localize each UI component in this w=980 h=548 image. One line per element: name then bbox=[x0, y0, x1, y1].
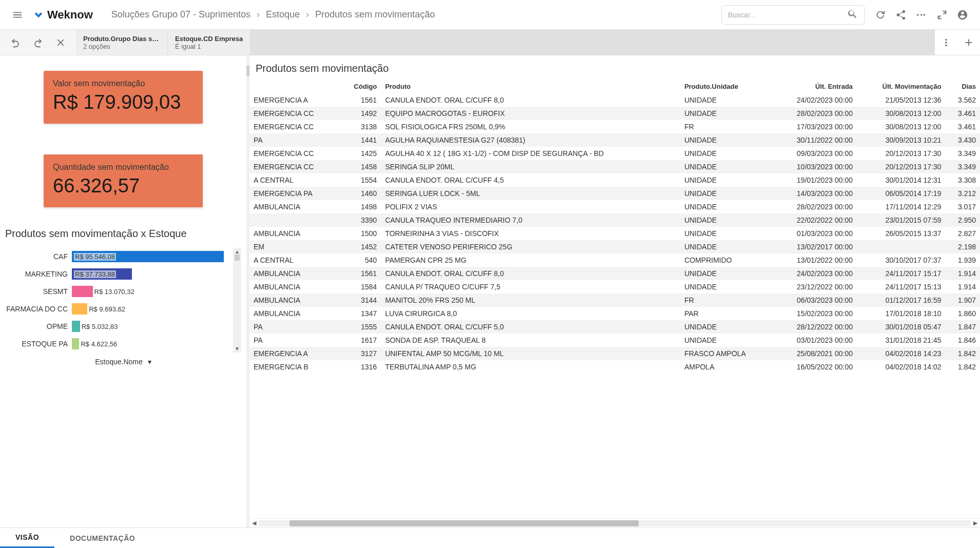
table-cell: 01/03/2023 00:00 bbox=[772, 227, 857, 240]
redo-icon[interactable] bbox=[29, 33, 47, 52]
logo[interactable]: Weknow bbox=[33, 8, 93, 22]
table-cell: UNIDADE bbox=[680, 93, 772, 107]
table-row[interactable]: AMBULANCIA1561CANULA ENDOT. ORAL C/CUFF … bbox=[249, 267, 980, 280]
table-row[interactable]: AMBULANCIA1584CANULA P/ TRAQUEO C/CUFF 7… bbox=[249, 280, 980, 293]
search-icon[interactable] bbox=[847, 8, 858, 22]
chart-bar[interactable] bbox=[72, 338, 79, 349]
table-cell: 06/05/2014 17:19 bbox=[857, 187, 946, 200]
chart-vscroll[interactable]: ▲ ▼ bbox=[233, 248, 241, 353]
table-row[interactable]: EMERGENCIA CC1458SERINGA SLIP 20MLUNIDAD… bbox=[249, 160, 980, 173]
table-header[interactable]: Dias bbox=[946, 80, 980, 93]
table-wrap[interactable]: CódigoProdutoProduto.UnidadeÚlt. Entrada… bbox=[249, 80, 980, 518]
table-row[interactable]: A CENTRAL1554CANULA ENDOT. ORAL C/CUFF 4… bbox=[249, 173, 980, 187]
scroll-left-icon[interactable]: ◀ bbox=[249, 520, 259, 526]
table-row[interactable]: EM1452CATETER VENOSO PERIFERICO 25GUNIDA… bbox=[249, 240, 980, 253]
tab-vision[interactable]: VISÃO bbox=[0, 528, 54, 548]
collapse-icon[interactable] bbox=[933, 6, 951, 24]
chart-bar-wrap: R$ 9.693,62 bbox=[72, 303, 231, 315]
chart-bar[interactable] bbox=[72, 321, 80, 332]
table-cell: 3.461 bbox=[946, 107, 980, 120]
add-filter-icon[interactable] bbox=[957, 30, 980, 55]
table-cell: EMERGENCIA A bbox=[249, 93, 340, 107]
scroll-thumb[interactable] bbox=[235, 255, 240, 261]
filter-chip[interactable]: Estoque.CD Empresa É igual 1 bbox=[168, 30, 251, 55]
breadcrumb-item[interactable]: Produtos sem movimentação bbox=[315, 9, 435, 20]
chart-row[interactable]: MARKETINGR$ 37.733,88 bbox=[5, 265, 231, 283]
table-row[interactable]: AMBULANCIA1500TORNEIRINHA 3 VIAS - DISCO… bbox=[249, 227, 980, 240]
table-row[interactable]: AMBULANCIA3144MANITOL 20% FRS 250 MLFR06… bbox=[249, 293, 980, 307]
filter-title: Estoque.CD Empresa bbox=[175, 35, 243, 43]
table-header[interactable]: Produto.Unidade bbox=[680, 80, 772, 93]
scroll-track[interactable] bbox=[259, 520, 971, 526]
table-cell: CANULA ENDOT. ORAL C/CUFF 4,5 bbox=[381, 173, 680, 187]
table-header[interactable]: Últ. Movimentação bbox=[857, 80, 946, 93]
chart-rows[interactable]: CAFR$ 95.546,08MARKETINGR$ 37.733,88SESM… bbox=[5, 248, 231, 353]
table-row[interactable]: PA1555CANULA ENDOT. ORAL C/CUFF 5,0UNIDA… bbox=[249, 320, 980, 334]
more-icon[interactable] bbox=[912, 6, 931, 24]
search-box[interactable] bbox=[721, 5, 865, 25]
search-input[interactable] bbox=[728, 11, 847, 19]
table-row[interactable]: EMERGENCIA PA1460SERINGA LUER LOCK - 5ML… bbox=[249, 187, 980, 200]
chart-row[interactable]: FARMACIA DO CCR$ 9.693,62 bbox=[5, 300, 231, 318]
scroll-down-icon[interactable]: ▼ bbox=[235, 346, 240, 351]
kpi-card-qty[interactable]: Quantidade sem movimentação 66.326,57 bbox=[44, 154, 203, 207]
table-header[interactable]: Últ. Entrada bbox=[772, 80, 857, 93]
table-row[interactable]: EMERGENCIA CC1492EQUIPO MACROGOTAS - EUR… bbox=[249, 107, 980, 120]
breadcrumb-item[interactable]: Estoque bbox=[266, 9, 300, 20]
table-cell: AMBULANCIA bbox=[249, 280, 340, 293]
table-row[interactable]: A CENTRAL540PAMERGAN CPR 25 MGCOMPRIMIDO… bbox=[249, 253, 980, 267]
kpi-value: 66.326,57 bbox=[53, 175, 194, 197]
table-cell: AMBULANCIA bbox=[249, 293, 340, 307]
table-cell: FR bbox=[680, 120, 772, 133]
undo-icon[interactable] bbox=[6, 33, 25, 52]
close-icon[interactable] bbox=[51, 33, 70, 52]
refresh-icon[interactable] bbox=[871, 6, 890, 24]
scroll-right-icon[interactable]: ▶ bbox=[971, 520, 980, 526]
table-hscroll[interactable]: ◀ ▶ bbox=[249, 518, 980, 527]
scroll-thumb[interactable] bbox=[290, 520, 639, 526]
table-header[interactable] bbox=[249, 80, 340, 93]
table-row[interactable]: EMERGENCIA A3127UNIFENTAL AMP 50 MCG/ML … bbox=[249, 347, 980, 360]
table-cell: 14/03/2023 00:00 bbox=[772, 187, 857, 200]
tab-docs[interactable]: DOCUMENTAÇÃO bbox=[54, 528, 150, 548]
menu-icon[interactable] bbox=[8, 6, 27, 24]
chart-bar[interactable] bbox=[72, 303, 87, 315]
kpi-card-value[interactable]: Valor sem movimentação R$ 179.909,03 bbox=[44, 71, 203, 124]
table-row[interactable]: EMERGENCIA CC1425AGULHA 40 X 12 ( 18G X1… bbox=[249, 147, 980, 160]
chart-axis-selector[interactable]: Estoque.Nome ▾ bbox=[5, 358, 241, 366]
chart-row[interactable]: OPMER$ 5.032,83 bbox=[5, 318, 231, 335]
share-icon[interactable] bbox=[892, 6, 910, 24]
chart-row[interactable]: CAFR$ 95.546,08 bbox=[5, 248, 231, 265]
table-row[interactable]: 3390CANULA TRAQUEO INTERMEDIARIO 7,0UNID… bbox=[249, 213, 980, 227]
table-row[interactable]: EMERGENCIA B1316TERBUTALINA AMP 0,5 MGAM… bbox=[249, 360, 980, 374]
breadcrumb-item[interactable]: Soluções Grupo 07 - Suprimentos bbox=[111, 9, 251, 20]
logo-icon bbox=[33, 8, 44, 22]
table-row[interactable]: PA1441AGULHA RAQUIANESTESIA G27 (408381)… bbox=[249, 133, 980, 147]
chart-row[interactable]: ESTOQUE PAR$ 4.622,56 bbox=[5, 335, 231, 353]
chart-value-label: R$ 5.032,83 bbox=[82, 323, 118, 330]
table-cell: LUVA CIRURGICA 8,0 bbox=[381, 307, 680, 320]
chart-value-label: R$ 4.622,56 bbox=[81, 340, 117, 348]
table-cell: 3.430 bbox=[946, 133, 980, 147]
table-cell: FRASCO AMPOLA bbox=[680, 347, 772, 360]
table-row[interactable]: AMBULANCIA1347LUVA CIRURGICA 8,0PAR15/02… bbox=[249, 307, 980, 320]
table-header[interactable]: Código bbox=[340, 80, 381, 93]
more-vertical-icon[interactable] bbox=[935, 30, 957, 55]
table-cell: CANULA P/ TRAQUEO C/CUFF 7,5 bbox=[381, 280, 680, 293]
chart-bar[interactable] bbox=[72, 286, 93, 297]
table-row[interactable]: AMBULANCIA1498POLIFIX 2 VIASUNIDADE28/02… bbox=[249, 200, 980, 213]
table-row[interactable]: EMERGENCIA CC3138SOL FISIOLOGICA FRS 250… bbox=[249, 120, 980, 133]
table-row[interactable]: PA1617SONDA DE ASP. TRAQUEAL 8UNIDADE03/… bbox=[249, 334, 980, 347]
table-cell: 1452 bbox=[340, 240, 381, 253]
table-cell bbox=[857, 240, 946, 253]
table-row[interactable]: EMERGENCIA A1561CANULA ENDOT. ORAL C/CUF… bbox=[249, 93, 980, 107]
table-header[interactable]: Produto bbox=[381, 80, 680, 93]
chart-row[interactable]: SESMTR$ 13.070,32 bbox=[5, 283, 231, 300]
table-cell: 22/02/2022 00:00 bbox=[772, 213, 857, 227]
scroll-up-icon[interactable]: ▲ bbox=[235, 249, 240, 255]
table-cell: AGULHA 40 X 12 ( 18G X1-1/2) - COM DISP … bbox=[381, 147, 680, 160]
account-icon[interactable] bbox=[953, 6, 972, 24]
chart-category: FARMACIA DO CC bbox=[5, 305, 72, 313]
header-actions bbox=[871, 6, 972, 24]
filter-chip[interactable]: Produto.Grupo Dias se… 2 opções bbox=[76, 30, 168, 55]
